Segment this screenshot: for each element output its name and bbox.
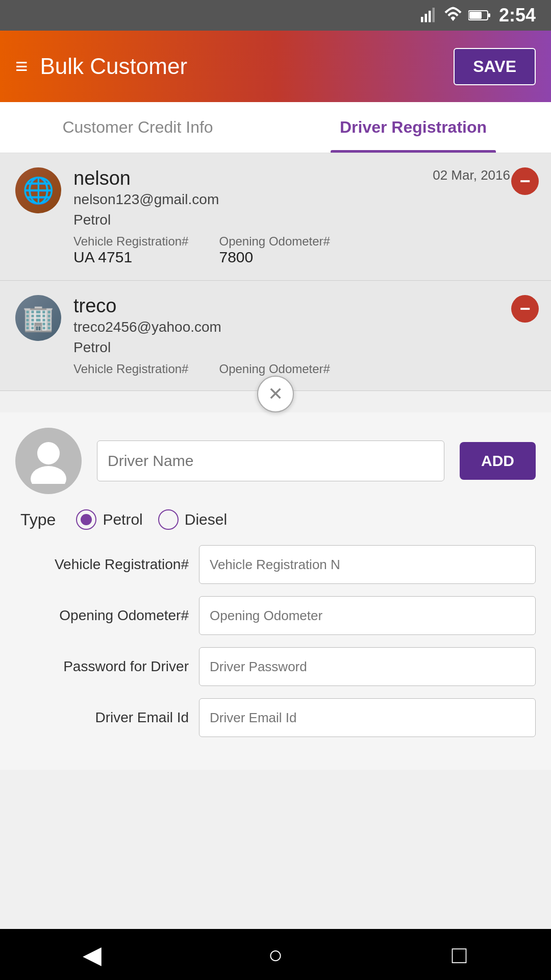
avatar: 🌐 [15, 167, 61, 213]
driver-fuel: Petrol [73, 339, 536, 356]
person-icon [26, 438, 71, 484]
odometer-label: Opening Odometer# [219, 362, 330, 376]
driver-card-row: 🏢 treco treco2456@yahoo.com Petrol Vehic… [15, 295, 536, 376]
tabs: Customer Credit Info Driver Registration [0, 102, 551, 153]
header-left: ≡ Bulk Customer [15, 54, 187, 79]
header: ≡ Bulk Customer SAVE [0, 31, 551, 102]
svg-rect-1 [424, 14, 427, 22]
odometer-field-label: Opening Odometer# [15, 607, 189, 624]
avatar: 🏢 [15, 295, 61, 341]
tab-driver-registration[interactable]: Driver Registration [276, 102, 551, 153]
driver-name-input[interactable] [97, 440, 444, 481]
driver-reg-row: Vehicle Registration# Opening Odometer# [73, 362, 536, 376]
save-button[interactable]: SAVE [454, 48, 536, 85]
password-field-label: Password for Driver [15, 658, 189, 675]
wifi-icon [444, 6, 462, 24]
odometer-value: 7800 [219, 249, 330, 266]
svg-point-7 [37, 442, 60, 464]
driver-list: 02 Mar, 2016 🌐 nelson nelson123@gmail.co… [0, 153, 551, 391]
close-button[interactable]: ✕ [257, 376, 294, 412]
odometer-col: Opening Odometer# 7800 [219, 234, 330, 266]
add-driver-form: ADD Type Petrol Diesel Vehicle Registrat… [0, 412, 551, 770]
driver-email: treco2456@yahoo.com [73, 319, 536, 335]
driver-date: 02 Mar, 2016 [433, 167, 510, 183]
svg-rect-2 [429, 11, 431, 22]
odometer-label: Opening Odometer# [219, 234, 330, 249]
driver-card: 02 Mar, 2016 🌐 nelson nelson123@gmail.co… [0, 153, 551, 281]
svg-rect-3 [432, 8, 435, 22]
svg-rect-6 [488, 13, 490, 17]
diesel-radio[interactable] [158, 509, 179, 530]
status-time: 2:54 [499, 5, 536, 26]
fuel-type-row: Type Petrol Diesel [15, 509, 536, 530]
svg-rect-0 [421, 17, 423, 22]
vehicle-reg-label: Vehicle Registration# [73, 234, 188, 249]
email-row: Driver Email Id [15, 698, 536, 737]
password-field[interactable] [199, 647, 536, 686]
close-overlay: ✕ [0, 376, 551, 412]
battery-icon [468, 8, 491, 22]
tab-customer-credit[interactable]: Customer Credit Info [0, 102, 276, 153]
driver-fuel: Petrol [73, 212, 536, 228]
bottom-nav: ◀ ○ □ [0, 929, 551, 980]
back-button[interactable]: ◀ [71, 934, 112, 975]
type-label: Type [20, 510, 56, 529]
odometer-col: Opening Odometer# [219, 362, 330, 376]
password-row: Password for Driver [15, 647, 536, 686]
email-field-label: Driver Email Id [15, 709, 189, 726]
add-driver-button[interactable]: ADD [460, 442, 536, 480]
status-icons [419, 6, 491, 24]
signal-icon [419, 6, 438, 24]
svg-point-8 [31, 466, 66, 484]
petrol-option[interactable]: Petrol [76, 509, 142, 530]
email-field[interactable] [199, 698, 536, 737]
vehicle-reg-col: Vehicle Registration# [73, 362, 188, 376]
remove-driver-button[interactable]: − [511, 295, 539, 323]
petrol-radio[interactable] [76, 509, 96, 530]
remove-driver-button[interactable]: − [511, 167, 539, 195]
odometer-field[interactable] [199, 596, 536, 635]
petrol-label: Petrol [103, 511, 142, 528]
vehicle-reg-field-label: Vehicle Registration# [15, 556, 189, 573]
vehicle-reg-field[interactable] [199, 545, 536, 584]
diesel-label: Diesel [185, 511, 227, 528]
profile-placeholder [15, 428, 82, 494]
vehicle-reg-col: Vehicle Registration# UA 4751 [73, 234, 188, 266]
diesel-option[interactable]: Diesel [158, 509, 227, 530]
odometer-row: Opening Odometer# [15, 596, 536, 635]
vehicle-reg-label: Vehicle Registration# [73, 362, 188, 376]
menu-icon[interactable]: ≡ [15, 54, 28, 79]
add-form-top: ADD [15, 428, 536, 494]
vehicle-reg-value: UA 4751 [73, 249, 188, 266]
vehicle-reg-row: Vehicle Registration# [15, 545, 536, 584]
driver-info: treco treco2456@yahoo.com Petrol Vehicle… [73, 295, 536, 376]
driver-name: treco [73, 295, 536, 317]
home-button[interactable]: ○ [255, 934, 296, 975]
app-title: Bulk Customer [40, 54, 188, 79]
driver-reg-row: Vehicle Registration# UA 4751 Opening Od… [73, 234, 536, 266]
driver-email: nelson123@gmail.com [73, 191, 536, 208]
recent-button[interactable]: □ [439, 934, 480, 975]
driver-card: 🏢 treco treco2456@yahoo.com Petrol Vehic… [0, 281, 551, 391]
svg-rect-5 [469, 12, 482, 19]
status-bar: 2:54 [0, 0, 551, 31]
